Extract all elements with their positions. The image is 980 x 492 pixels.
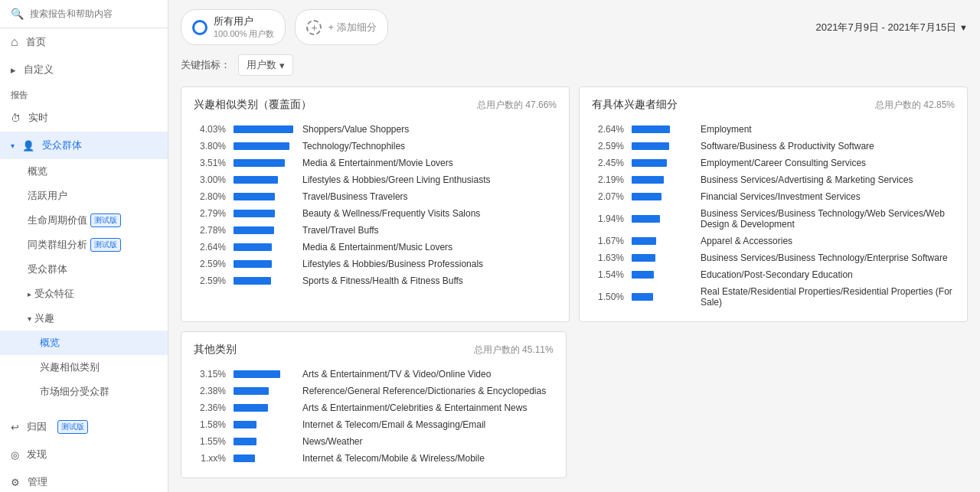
sidebar-sub-cohort-label: 同类群组分析 — [28, 238, 87, 252]
traits-expand-icon: ▸ — [28, 290, 31, 298]
segment-all-users-info: 所有用户 100.00% 用户数 — [214, 15, 274, 40]
table-row: 1.94% Business Services/Business Technol… — [592, 205, 955, 233]
customize-icon: ▸ — [11, 64, 16, 76]
metric-dropdown[interactable]: 用户数 ▾ — [238, 54, 293, 76]
bar — [234, 159, 285, 167]
sidebar-sub-interests-overview[interactable]: 概览 — [0, 331, 168, 355]
home-icon: ⌂ — [11, 35, 18, 49]
segment-circle-icon — [192, 20, 207, 35]
segment-all-users[interactable]: 所有用户 100.00% 用户数 — [181, 9, 286, 45]
sidebar-search[interactable]: 🔍 — [0, 0, 168, 28]
bar-container — [234, 176, 295, 184]
bar-container — [632, 271, 693, 279]
bar — [234, 142, 289, 150]
bar — [234, 125, 293, 133]
other-title: 其他类别 — [194, 343, 237, 357]
row-percent: 3.51% — [194, 158, 226, 168]
row-label: Business Services/Advertising & Marketin… — [701, 174, 955, 185]
bar — [234, 260, 272, 268]
table-row: 2.36% Arts & Entertainment/Celebrities &… — [194, 399, 554, 416]
metric-dropdown-value: 用户数 — [247, 58, 276, 72]
bottom-cards-row: 其他类别 总用户数的 45.11% 3.15% Arts & Entertain… — [181, 331, 968, 478]
chevron-down-icon: ▼ — [959, 23, 968, 32]
row-label: Shoppers/Value Shoppers — [302, 124, 557, 135]
sidebar-item-realtime-label: 实时 — [28, 111, 48, 125]
other-rows: 3.15% Arts & Entertainment/TV & Video/On… — [194, 366, 554, 467]
bar — [234, 277, 271, 285]
sidebar-item-home[interactable]: ⌂ 首页 — [0, 28, 168, 56]
table-row: 2.64% Media & Entertainment/Music Lovers — [194, 239, 557, 256]
sidebar-sub-traits[interactable]: ▸ 受众特征 — [0, 282, 168, 306]
sidebar-item-attribution[interactable]: ↩ 归因 测试版 — [0, 413, 168, 441]
sidebar-item-manage-label: 管理 — [28, 475, 47, 489]
inmarket-rows: 2.64% Employment 2.59% Software/Business… — [592, 121, 955, 311]
sidebar-sub-overview-label: 概览 — [28, 165, 47, 178]
cohort-badge: 测试版 — [90, 238, 121, 252]
sidebar-sub-segments[interactable]: 受众群体 — [0, 257, 168, 282]
sidebar-sub-inmarket[interactable]: 市场细分受众群 — [0, 380, 168, 404]
segment-all-users-sub: 100.00% 用户数 — [214, 28, 274, 40]
bar — [632, 159, 667, 167]
search-input[interactable] — [30, 8, 157, 19]
row-label: Apparel & Accessories — [701, 236, 955, 246]
sidebar-sub-active[interactable]: 活跃用户 — [0, 184, 168, 208]
bar — [234, 370, 280, 378]
segment-add-label: + 添加细分 — [328, 21, 376, 34]
affinity-title: 兴趣相似类别（覆盖面） — [194, 98, 312, 112]
table-row: 1.55% News/Weather — [194, 433, 554, 450]
bar — [234, 226, 274, 234]
row-label: Media & Entertainment/Music Lovers — [302, 242, 557, 253]
sidebar-sub-active-label: 活跃用户 — [28, 189, 67, 203]
main-content: 所有用户 100.00% 用户数 + + 添加细分 2021年7月9日 - 20… — [168, 0, 980, 492]
sidebar-item-customize[interactable]: ▸ 自定义 — [0, 56, 168, 83]
bar-container — [632, 159, 693, 167]
bar — [234, 421, 256, 428]
bar — [234, 455, 255, 462]
sidebar-sub-overview[interactable]: 概览 — [0, 159, 168, 184]
sidebar-sub-inmarket-label: 市场细分受众群 — [40, 386, 109, 397]
table-row: 2.38% Reference/General Reference/Dictio… — [194, 383, 554, 399]
row-percent: 1.63% — [592, 253, 624, 263]
bar-container — [234, 455, 295, 462]
sidebar-sub-affinity-label: 兴趣相似类别 — [40, 361, 100, 373]
row-percent: 2.79% — [194, 208, 226, 219]
sidebar-item-manage[interactable]: ⚙ 管理 — [0, 468, 168, 492]
row-label: Internet & Telecom/Mobile & Wireless/Mob… — [302, 453, 554, 464]
row-percent: 4.03% — [194, 124, 226, 135]
other-subtitle: 总用户数的 45.11% — [474, 344, 554, 357]
sidebar-item-attribution-label: 归因 — [27, 420, 47, 434]
sidebar-item-audience[interactable]: ▾ 👤 受众群体 — [0, 132, 168, 159]
sidebar-sub-cohort[interactable]: 同类群组分析 测试版 — [0, 233, 168, 257]
sidebar-item-realtime[interactable]: ⏱ 实时 — [0, 104, 168, 132]
sidebar-item-discover[interactable]: ◎ 发现 — [0, 441, 168, 468]
gear-icon: ⚙ — [11, 477, 20, 488]
sidebar-sub-affinity[interactable]: 兴趣相似类别 — [0, 355, 168, 380]
bar-container — [632, 193, 693, 200]
row-label: Employment — [701, 124, 955, 135]
bar-container — [632, 142, 693, 150]
bar-container — [234, 387, 295, 395]
sidebar-item-customize-label: 自定义 — [24, 63, 54, 77]
segment-add[interactable]: + + 添加细分 — [295, 9, 387, 45]
sidebar-sub-lifetime[interactable]: 生命周期价值 测试版 — [0, 208, 168, 233]
row-label: Sports & Fitness/Health & Fitness Buffs — [302, 275, 557, 286]
bar-container — [632, 237, 693, 245]
table-row: 2.64% Employment — [592, 121, 955, 138]
discover-icon: ◎ — [11, 449, 19, 461]
sidebar-sub-lifetime-label: 生命周期价值 — [28, 213, 87, 227]
row-label: Software/Business & Productivity Softwar… — [701, 141, 955, 152]
date-range[interactable]: 2021年7月9日 - 2021年7月15日 ▼ — [816, 21, 968, 34]
search-icon: 🔍 — [11, 8, 24, 20]
sidebar-sub-interests[interactable]: ▾ 兴趣 — [0, 306, 168, 331]
bar — [632, 215, 660, 223]
user-segments: 所有用户 100.00% 用户数 + + 添加细分 — [181, 9, 816, 45]
bar-container — [234, 142, 295, 150]
row-percent: 1.55% — [194, 436, 226, 447]
bar-container — [632, 254, 693, 262]
row-percent: 3.15% — [194, 369, 226, 380]
bar — [632, 125, 670, 133]
bar — [632, 271, 654, 279]
row-percent: 1.67% — [592, 236, 624, 246]
bar-container — [234, 193, 295, 200]
table-row: 2.19% Business Services/Advertising & Ma… — [592, 171, 955, 188]
